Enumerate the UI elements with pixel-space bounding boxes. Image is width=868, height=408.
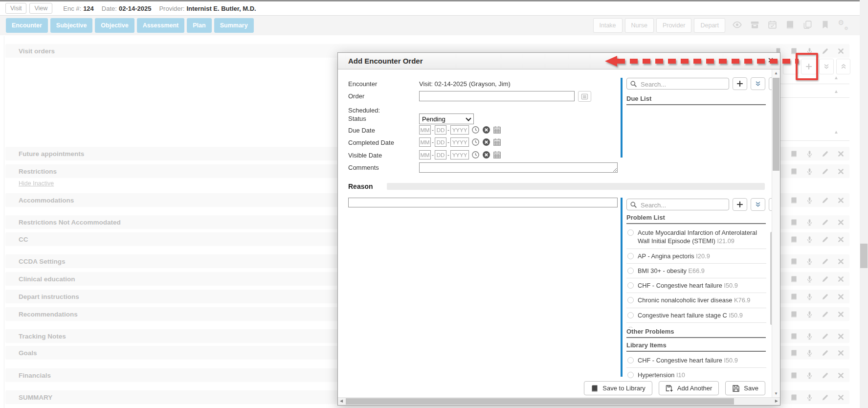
pencil-icon[interactable]	[822, 47, 829, 55]
scroll-up-icon[interactable]: ▲	[772, 71, 780, 75]
book-icon[interactable]	[790, 275, 798, 283]
due-date-month-input[interactable]	[419, 125, 431, 135]
pencil-icon[interactable]	[822, 197, 829, 204]
reason-input[interactable]	[348, 198, 618, 207]
calendar-button[interactable]	[766, 20, 778, 31]
order-list-button[interactable]	[578, 91, 591, 102]
problem-item[interactable]: Congestive heart failure stage C I50.9	[626, 308, 766, 323]
library-item[interactable]: CHF - Congestive heart failure I50.9	[626, 353, 766, 368]
microphone-icon[interactable]	[806, 333, 813, 340]
clear-icon[interactable]	[482, 126, 490, 134]
book-icon[interactable]	[790, 394, 798, 401]
pencil-icon[interactable]	[822, 150, 829, 158]
add-another-button[interactable]: Add Another	[659, 381, 719, 395]
horizontal-scrollbar-thumb[interactable]	[346, 398, 734, 405]
radio-icon[interactable]	[627, 268, 634, 274]
x-icon[interactable]	[837, 150, 845, 158]
problem-add-button[interactable]	[733, 198, 747, 211]
save-to-library-button[interactable]: Save to Library	[584, 381, 652, 395]
pencil-icon[interactable]	[822, 333, 829, 340]
tab-objective[interactable]: Objective	[95, 18, 134, 33]
expand-all-button[interactable]	[819, 59, 834, 74]
time-icon[interactable]	[471, 138, 480, 146]
radio-icon[interactable]	[627, 372, 634, 378]
microphone-icon[interactable]	[806, 219, 813, 226]
view-button[interactable]: View	[29, 3, 52, 14]
book-icon[interactable]	[790, 311, 798, 318]
due-add-button[interactable]	[733, 77, 747, 90]
calendar-icon[interactable]	[493, 126, 501, 134]
due-date-day-input[interactable]	[435, 125, 446, 135]
microphone-icon[interactable]	[806, 293, 813, 300]
page-scrollbar-thumb[interactable]	[860, 244, 868, 268]
depart-button[interactable]: Depart	[694, 18, 725, 33]
collapse-triangle-icon[interactable]: ▲	[834, 129, 839, 135]
tab-summary[interactable]: Summary	[214, 18, 254, 33]
book-button[interactable]	[784, 20, 796, 31]
radio-icon[interactable]	[627, 253, 634, 259]
radio-icon[interactable]	[627, 282, 634, 289]
microphone-icon[interactable]	[806, 349, 813, 357]
radio-icon[interactable]	[627, 229, 634, 236]
pencil-icon[interactable]	[822, 275, 829, 283]
bookmark-button[interactable]	[819, 20, 831, 31]
microphone-icon[interactable]	[806, 150, 813, 158]
tab-encounter[interactable]: Encounter	[6, 18, 48, 33]
time-icon[interactable]	[471, 151, 480, 159]
order-input[interactable]	[419, 91, 575, 101]
calendar-icon[interactable]	[493, 138, 501, 146]
x-icon[interactable]	[837, 236, 845, 243]
x-icon[interactable]	[837, 197, 845, 204]
provider-button[interactable]: Provider	[656, 18, 692, 33]
clear-icon[interactable]	[482, 138, 490, 146]
book-icon[interactable]	[790, 349, 798, 357]
library-item[interactable]: Hypertension I10	[626, 368, 766, 380]
x-icon[interactable]	[837, 219, 845, 226]
pencil-icon[interactable]	[822, 394, 829, 401]
microphone-icon[interactable]	[806, 236, 813, 243]
book-icon[interactable]	[790, 150, 798, 158]
x-icon[interactable]	[837, 394, 845, 401]
pencil-icon[interactable]	[822, 219, 829, 226]
visible-date-day-input[interactable]	[435, 150, 446, 159]
problem-item[interactable]: CHF - Congestive heart failure I50.9	[626, 278, 766, 293]
pencil-icon[interactable]	[822, 236, 829, 243]
tab-plan[interactable]: Plan	[187, 18, 211, 33]
x-icon[interactable]	[837, 293, 845, 300]
save-button[interactable]: Save	[725, 381, 765, 395]
status-select[interactable]: Pending	[419, 113, 474, 124]
book-icon[interactable]	[790, 197, 798, 204]
book-icon[interactable]	[790, 258, 798, 265]
x-icon[interactable]	[837, 47, 845, 55]
book-icon[interactable]	[790, 372, 798, 379]
visible-date-year-input[interactable]	[450, 150, 469, 159]
due-expand-all-button[interactable]	[751, 77, 765, 90]
x-icon[interactable]	[837, 275, 845, 283]
problem-item[interactable]: Acute Myocardial Infarction of Anterolat…	[626, 226, 766, 249]
pencil-icon[interactable]	[822, 168, 829, 175]
intake-button[interactable]: Intake	[593, 18, 623, 33]
archive-button[interactable]	[749, 20, 760, 31]
scroll-right-icon[interactable]: ▶	[775, 399, 778, 403]
microphone-icon[interactable]	[806, 258, 813, 265]
problem-item[interactable]: BMI 30+ - obesity E66.9	[626, 264, 766, 278]
problem-search-input[interactable]	[640, 200, 728, 210]
time-icon[interactable]	[471, 126, 480, 134]
scroll-down-icon[interactable]: ▼	[772, 391, 780, 396]
microphone-icon[interactable]	[806, 394, 813, 401]
collapse-all-button[interactable]	[836, 59, 850, 74]
problem-item[interactable]: Chronic nonalcoholic liver disease K76.9	[626, 293, 766, 308]
page-scrollbar[interactable]	[860, 0, 868, 408]
collapse-triangle-icon[interactable]: ▲	[834, 75, 839, 80]
collapse-triangle-icon[interactable]: ▲	[834, 89, 839, 94]
radio-icon[interactable]	[627, 357, 634, 363]
radio-icon[interactable]	[627, 297, 634, 303]
pencil-icon[interactable]	[822, 349, 829, 357]
gears-button[interactable]: ⚙⚙	[837, 20, 848, 31]
tab-subjective[interactable]: Subjective	[50, 18, 93, 33]
completed-date-month-input[interactable]	[419, 137, 431, 147]
due-search-input[interactable]	[640, 79, 728, 89]
comments-textarea[interactable]	[419, 162, 618, 173]
clear-icon[interactable]	[482, 151, 490, 159]
scroll-left-icon[interactable]: ◀	[340, 399, 343, 403]
